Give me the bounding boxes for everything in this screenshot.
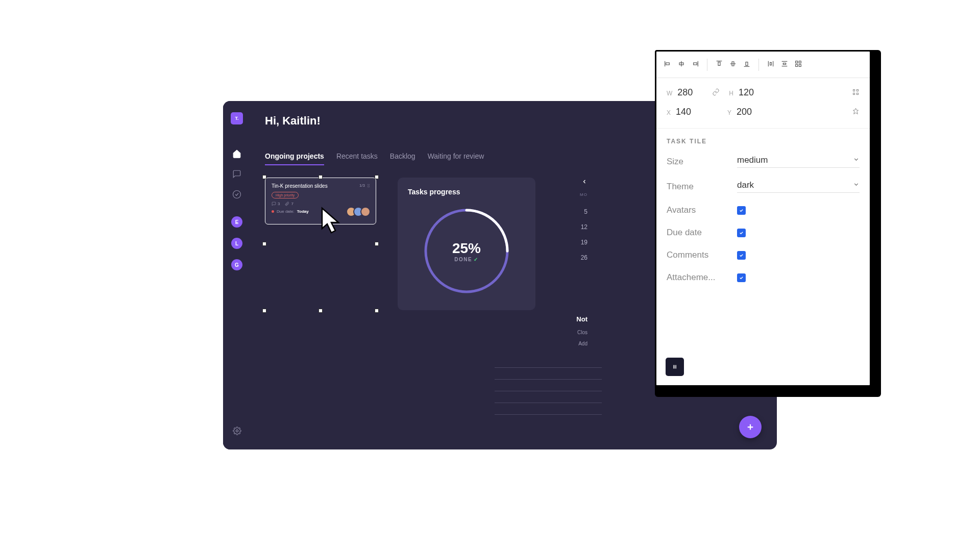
attachments-checkbox[interactable] — [737, 273, 746, 282]
note-item[interactable]: Add — [578, 341, 587, 346]
sidebar-nav — [232, 149, 241, 199]
tab-recent[interactable]: Recent tasks — [336, 152, 378, 165]
code-button[interactable] — [666, 358, 684, 376]
avatar — [360, 207, 371, 217]
inspector-panel: W 280 H 120 X 140 Y 200 TASK TILE — [655, 50, 871, 387]
project-dot[interactable]: E — [231, 216, 242, 228]
avatars-checkbox[interactable] — [737, 206, 746, 215]
selection-handle[interactable] — [262, 309, 266, 313]
svg-point-1 — [236, 430, 238, 432]
svg-rect-29 — [799, 64, 801, 66]
add-button[interactable] — [739, 416, 762, 438]
prop-avatars: Avatars — [667, 205, 860, 215]
chat-icon[interactable] — [232, 169, 241, 179]
progress-percent: 25% — [452, 240, 481, 257]
distribute-v-icon[interactable] — [780, 60, 789, 70]
task-card[interactable]: Tin-K presentation slides 1/3 High prior… — [265, 178, 376, 310]
section-label: TASK TILE — [656, 138, 870, 145]
prop-theme: Theme dark — [667, 180, 860, 193]
app-logo[interactable]: T. — [231, 112, 243, 124]
sidebar: T. E L G — [223, 101, 251, 449]
svg-rect-19 — [746, 62, 748, 65]
properties-list: Size medium Theme dark Avatars Due date … — [656, 155, 870, 283]
theme-select[interactable]: dark — [737, 180, 860, 193]
dimensions-panel: W 280 H 120 X 140 Y 200 — [656, 78, 870, 123]
chevron-left-icon[interactable] — [581, 178, 587, 187]
svg-rect-27 — [799, 61, 801, 63]
pin-icon[interactable] — [852, 108, 860, 117]
progress-title: Tasks progress — [408, 188, 525, 196]
snap-grid-icon[interactable] — [852, 88, 860, 98]
sidebar-projects: E L G — [231, 216, 242, 270]
svg-rect-13 — [694, 63, 697, 65]
height-field[interactable]: H 120 — [729, 87, 764, 98]
selection-handle[interactable] — [318, 309, 323, 313]
task-title: Tin-K presentation slides — [272, 183, 370, 189]
attachments-stat: 7 — [285, 202, 293, 206]
svg-rect-31 — [856, 89, 858, 91]
comments-stat: 3 — [272, 202, 280, 206]
prop-attachments: Attacheme... — [667, 272, 860, 283]
tab-backlog[interactable]: Backlog — [390, 152, 415, 165]
calendar-day[interactable]: 5 — [584, 208, 587, 215]
calendar-month: MO — [580, 192, 587, 197]
align-bottom-icon[interactable] — [743, 60, 751, 70]
comments-checkbox[interactable] — [737, 251, 746, 260]
align-center-h-icon[interactable] — [677, 60, 685, 70]
prop-size: Size medium — [667, 155, 860, 168]
svg-rect-26 — [796, 61, 798, 63]
note-item[interactable]: Clos — [577, 330, 587, 335]
tab-ongoing[interactable]: Ongoing projects — [265, 152, 324, 165]
notes-heading: Not — [576, 315, 587, 323]
svg-rect-25 — [783, 63, 786, 64]
align-center-v-icon[interactable] — [729, 60, 737, 70]
grid-icon[interactable] — [794, 60, 802, 70]
selection-handle[interactable] — [375, 242, 379, 246]
svg-point-0 — [233, 191, 241, 198]
svg-rect-9 — [666, 63, 670, 65]
svg-rect-28 — [796, 64, 798, 66]
svg-rect-32 — [853, 93, 855, 94]
home-icon[interactable] — [232, 149, 241, 158]
project-dot[interactable]: G — [231, 259, 242, 270]
right-column: MO 5 12 19 26 Not Clos Add — [557, 178, 587, 310]
cursor-icon — [320, 206, 344, 239]
y-field[interactable]: Y 200 — [727, 107, 762, 118]
calendar-day[interactable]: 12 — [581, 223, 587, 231]
selection-handle[interactable] — [375, 175, 379, 179]
svg-rect-33 — [856, 93, 858, 94]
prop-duedate: Due date — [667, 228, 860, 238]
distribute-h-icon[interactable] — [767, 60, 775, 70]
prop-comments: Comments — [667, 250, 860, 260]
align-left-icon[interactable] — [664, 60, 672, 70]
progress-done-label: DONE✓ — [452, 257, 481, 262]
size-select[interactable]: medium — [737, 155, 860, 168]
assignee-avatars — [349, 207, 371, 217]
svg-rect-15 — [718, 62, 720, 65]
selection-handle[interactable] — [262, 175, 266, 179]
project-dot[interactable]: L — [231, 238, 242, 249]
tab-review[interactable]: Waiting for review — [428, 152, 484, 165]
task-count: 1/3 — [359, 183, 371, 188]
align-right-icon[interactable] — [691, 60, 699, 70]
svg-rect-30 — [853, 89, 855, 91]
width-field[interactable]: W 280 — [667, 87, 703, 98]
x-field[interactable]: X 140 — [667, 107, 701, 118]
selection-handle[interactable] — [262, 242, 266, 246]
selection-handle[interactable] — [375, 309, 379, 313]
progress-card: Tasks progress 25% DONE✓ — [398, 178, 535, 310]
svg-rect-22 — [770, 62, 772, 65]
align-top-icon[interactable] — [715, 60, 723, 70]
calendar-day[interactable]: 26 — [581, 254, 587, 261]
settings-icon[interactable] — [233, 427, 241, 437]
calendar-day[interactable]: 19 — [581, 239, 587, 246]
progress-ring: 25% DONE✓ — [420, 204, 513, 298]
selection-handle[interactable] — [318, 175, 323, 179]
duedate-checkbox[interactable] — [737, 229, 746, 237]
priority-badge: High priority — [272, 192, 299, 198]
link-icon[interactable] — [712, 88, 720, 98]
alignment-toolbar — [656, 52, 870, 78]
check-circle-icon[interactable] — [232, 190, 241, 199]
